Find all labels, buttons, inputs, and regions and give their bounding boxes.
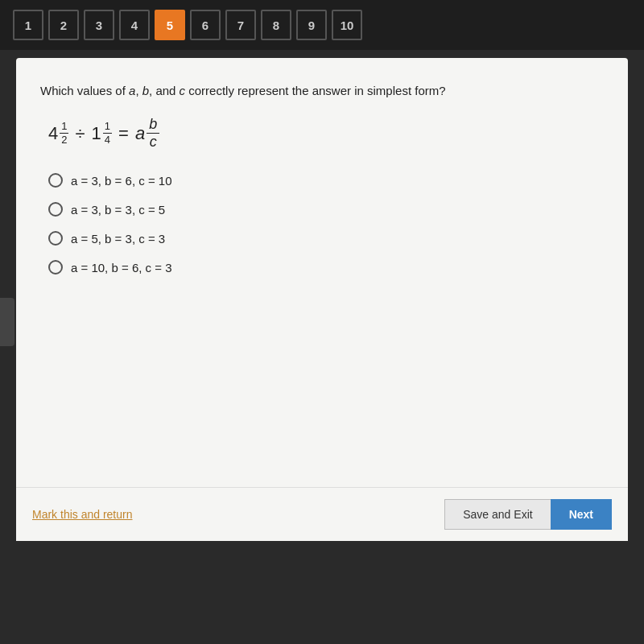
mixed-num-left: 4 1 2 <box>48 121 68 147</box>
option-a[interactable]: a = 3, b = 6, c = 10 <box>48 173 604 188</box>
nav-btn-6[interactable]: 6 <box>190 10 221 40</box>
nav-btn-7[interactable]: 7 <box>225 10 256 40</box>
option-a-label: a = 3, b = 6, c = 10 <box>71 174 172 188</box>
option-d-label: a = 10, b = 6, c = 3 <box>71 261 172 275</box>
nav-btn-2[interactable]: 2 <box>48 10 79 40</box>
nav-btn-9[interactable]: 9 <box>296 10 327 40</box>
left-sidebar-indicator <box>0 298 14 346</box>
question-text: Which values of a, b, and c correctly re… <box>40 82 604 101</box>
radio-a[interactable] <box>48 173 63 188</box>
next-button[interactable]: Next <box>551 499 612 530</box>
radio-b[interactable] <box>48 202 63 217</box>
footer-bar: Mark this and return Save and Exit Next <box>16 487 628 541</box>
math-expression: 4 1 2 ÷ 1 1 4 = a b c <box>48 117 604 151</box>
nav-btn-3[interactable]: 3 <box>84 10 114 40</box>
nav-btn-8[interactable]: 8 <box>261 10 291 40</box>
option-b-label: a = 3, b = 3, c = 5 <box>71 203 165 217</box>
option-d[interactable]: a = 10, b = 6, c = 3 <box>48 260 604 275</box>
action-buttons: Save and Exit Next <box>444 499 612 530</box>
nav-btn-5[interactable]: 5 <box>155 10 185 40</box>
question-nav: 1 2 3 4 5 6 7 8 9 10 <box>0 0 644 50</box>
result-expression: a b c <box>135 117 159 151</box>
mixed-num-right: 1 1 4 <box>92 121 112 147</box>
option-c[interactable]: a = 5, b = 3, c = 3 <box>48 231 604 246</box>
nav-btn-10[interactable]: 10 <box>332 10 362 40</box>
option-b[interactable]: a = 3, b = 3, c = 5 <box>48 202 604 217</box>
question-card: Which values of a, b, and c correctly re… <box>16 58 628 541</box>
option-c-label: a = 5, b = 3, c = 3 <box>71 232 165 246</box>
mark-return-button[interactable]: Mark this and return <box>32 508 133 521</box>
radio-c[interactable] <box>48 231 63 246</box>
radio-d[interactable] <box>48 260 63 275</box>
save-exit-button[interactable]: Save and Exit <box>444 499 550 530</box>
answer-options: a = 3, b = 6, c = 10 a = 3, b = 3, c = 5… <box>48 173 604 275</box>
nav-btn-1[interactable]: 1 <box>13 10 43 40</box>
nav-btn-4[interactable]: 4 <box>119 10 150 40</box>
